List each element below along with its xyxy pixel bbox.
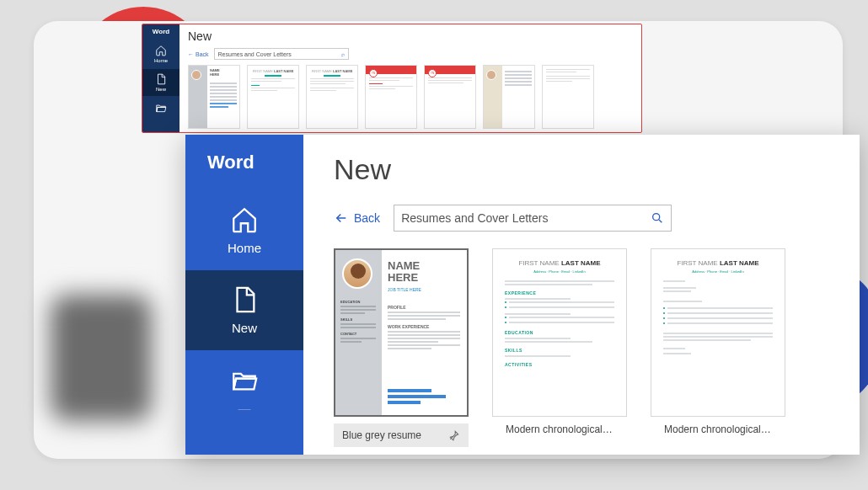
template-grid: NAMEHERE JOB TITLE HERE EDUCATIONSKILLSC…: [334, 248, 829, 447]
nav-new-label: New: [156, 87, 166, 92]
back-label: Back: [196, 51, 209, 57]
nav-home-label: Home: [154, 58, 168, 63]
back-button-small[interactable]: ← Back: [188, 51, 209, 57]
nav-new-small[interactable]: New: [142, 69, 179, 96]
back-button[interactable]: Back: [334, 210, 380, 226]
template-thumb[interactable]: YN: [365, 65, 417, 129]
search-input-small[interactable]: Resumes and Cover Letters ⌕: [214, 48, 349, 60]
sidebar-small: Word Home New: [142, 24, 179, 132]
search-value: Resumes and Cover Letters: [218, 51, 292, 57]
template-preview: NAMEHERE JOB TITLE HERE EDUCATIONSKILLSC…: [334, 248, 469, 417]
app-brand: Word: [153, 28, 169, 35]
template-thumb[interactable]: FIRST NAME LAST NAME: [247, 65, 299, 129]
template-label-row: Blue grey resume: [334, 423, 469, 447]
nav-open-label: —: [238, 401, 251, 415]
app-brand: Word: [185, 135, 303, 190]
page-title-small: New: [188, 29, 633, 43]
template-thumb[interactable]: [542, 65, 594, 129]
pin-icon[interactable]: [448, 429, 460, 441]
template-modern-chronological-cover[interactable]: FIRST NAME LAST NAME Address · Phone · E…: [651, 248, 785, 447]
back-arrow-icon: ←: [188, 51, 194, 57]
main-content: New Back Resumes and Cover Letters NAMEH…: [303, 135, 860, 466]
template-modern-chronological-resume[interactable]: FIRST NAME LAST NAME Address · Phone · E…: [492, 248, 627, 447]
nav-new[interactable]: New: [185, 270, 303, 350]
search-input[interactable]: Resumes and Cover Letters: [394, 205, 672, 232]
template-blue-grey-resume[interactable]: NAMEHERE JOB TITLE HERE EDUCATIONSKILLSC…: [334, 248, 469, 447]
nav-open[interactable]: —: [185, 350, 303, 430]
word-window-foreground: Word Home New — New Back Resumes and Cov…: [185, 135, 860, 455]
content-small: New ← Back Resumes and Cover Letters ⌕ N…: [179, 24, 641, 133]
template-thumb[interactable]: [483, 65, 535, 129]
word-window-background: Word Home New New ← Back Resumes and Cov…: [142, 24, 642, 133]
document-icon: [230, 285, 259, 314]
template-preview: FIRST NAME LAST NAME Address · Phone · E…: [651, 248, 785, 417]
template-name-placeholder: NAMEHERE: [388, 260, 420, 285]
template-thumbs-small: NAMEHERE FIRST NAME LAST NAME FIRST NAME…: [188, 65, 633, 129]
folder-open-icon: [155, 102, 167, 114]
nav-home[interactable]: Home: [185, 190, 303, 270]
back-arrow-icon: [334, 210, 349, 226]
search-icon: ⌕: [341, 51, 345, 57]
search-value: Resumes and Cover Letters: [401, 211, 548, 225]
avatar: [342, 258, 372, 289]
sidebar: Word Home New —: [185, 135, 303, 455]
nav-new-label: New: [232, 321, 257, 335]
nav-home-label: Home: [228, 241, 261, 255]
home-icon: [230, 205, 259, 234]
nav-open-small[interactable]: [142, 98, 179, 118]
template-label: Blue grey resume: [342, 429, 421, 441]
search-row: Back Resumes and Cover Letters: [334, 205, 829, 232]
template-thumb[interactable]: YN: [424, 65, 476, 129]
template-label: Modern chronological resu...: [492, 423, 627, 435]
svg-point-0: [653, 214, 660, 221]
template-label: Modern chronological cov...: [651, 423, 785, 435]
home-icon: [155, 45, 167, 56]
folder-open-icon: [230, 365, 259, 394]
back-label: Back: [354, 211, 380, 225]
nav-home-small[interactable]: Home: [142, 40, 179, 67]
search-icon[interactable]: [651, 211, 664, 225]
template-preview: FIRST NAME LAST NAME Address · Phone · E…: [492, 248, 627, 417]
page-title: New: [334, 153, 829, 186]
template-thumb[interactable]: FIRST NAME LAST NAME: [306, 65, 358, 129]
template-thumb[interactable]: NAMEHERE: [188, 65, 240, 129]
document-icon: [155, 73, 167, 85]
laptop-shadow: [51, 295, 152, 421]
